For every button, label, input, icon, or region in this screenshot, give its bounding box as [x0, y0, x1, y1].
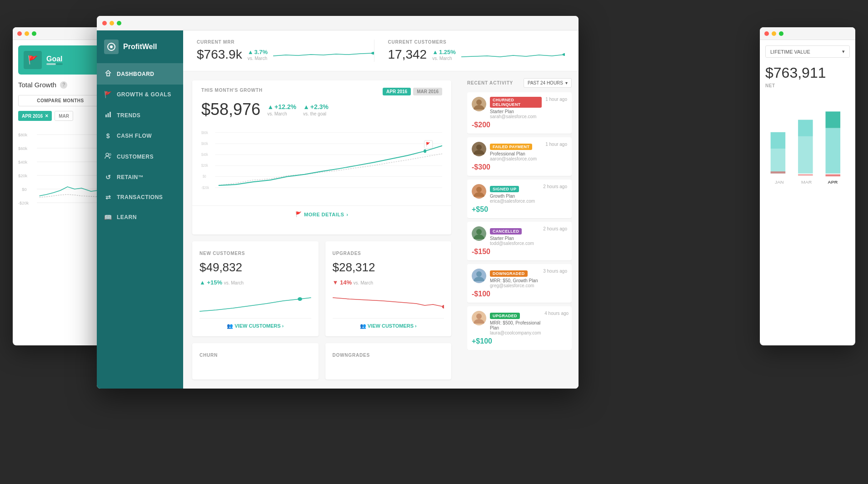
activity-info-6: UPGRADED MRR: $500, Professional Plan la… [490, 311, 541, 335]
dot-green[interactable] [32, 31, 36, 36]
sidebar-item-customers[interactable]: CUSTOMERS [97, 146, 183, 167]
sidebar-item-growth[interactable]: 🚩 GROWTH & GOALS [97, 85, 183, 105]
activity-header: RECENT ACTIVITY PAST 24 HOURS ▾ [467, 78, 572, 88]
sidebar-item-retain[interactable]: ↺ RETAIN™ [97, 167, 183, 187]
main-window-titlebar [97, 16, 579, 30]
main-content: CURRENT MRR $763.9k ▲ 3.7% vs. March [183, 30, 579, 389]
downgrades-label: DOWNGRADES [333, 353, 370, 358]
activity-info-1: CHURNED DELINQUENT Starter Plan sarah@sa… [490, 97, 542, 119]
bottom-sub-cards: CHURN DOWNGRADES [192, 343, 451, 379]
new-customers-card: NEW CUSTOMERS $49,832 ▲ +15% vs. March [192, 241, 319, 336]
right-dot-green[interactable] [779, 31, 783, 36]
upgrades-label: UPGRADES [333, 251, 361, 256]
activity-amount-2: -$300 [472, 163, 567, 171]
upgrades-change: ▼ 14% vs. March [333, 279, 373, 286]
sidebar-item-dashboard[interactable]: DASHBOARD [97, 63, 183, 85]
growth-pct-2: +2.3% [310, 103, 329, 110]
growth-vs-2: vs. the goal [303, 111, 329, 116]
svg-text:$0: $0 [22, 187, 26, 192]
total-growth-header: Total Growth ? [18, 79, 103, 90]
sub-cards: NEW CUSTOMERS $49,832 ▲ +15% vs. March [192, 241, 451, 336]
svg-point-42 [476, 145, 482, 150]
main-dot-yellow[interactable] [110, 21, 114, 25]
main-dot-green[interactable] [117, 21, 121, 25]
svg-rect-56 [798, 175, 813, 176]
compare-months-button[interactable]: COMPARE MONTHS [18, 95, 103, 106]
new-customers-vs: vs. March [224, 280, 244, 285]
left-panel-chart: $80k $60k $40k $20k $0 -$20k [18, 125, 103, 216]
growth-badge-2-pct: ▲ +2.3% [303, 103, 329, 110]
svg-text:🚩: 🚩 [426, 141, 430, 147]
customers-value-row: 17,342 ▲ 1.25% vs. March [388, 47, 565, 62]
month-badge-apr[interactable]: APR 2016 [383, 88, 411, 95]
activity-badge-2: FAILED PAYMENT [490, 144, 532, 150]
mrr-value: $763.9k [197, 47, 242, 62]
mrr-change: ▲ 3.7% vs. March [248, 49, 268, 61]
main-window: ProfitWell DASHBOARD 🚩 GROWTH & GOALS [97, 16, 579, 389]
growth-card-header: THIS MONTH'S GROWTH APR 2016 MAR 2016 [192, 80, 451, 100]
activity-avatar-1 [472, 97, 486, 111]
upgrades-vs: vs. March [354, 280, 373, 285]
main-dot-red[interactable] [102, 21, 107, 25]
activity-amount-5: -$100 [472, 290, 567, 298]
more-details-text: MORE DETAILS [304, 212, 344, 217]
sidebar-item-trends[interactable]: TRENDS [97, 105, 183, 126]
sidebar-item-cashflow[interactable]: $ CASH FLOW [97, 126, 183, 146]
svg-rect-14 [107, 73, 110, 76]
sidebar-item-trends-label: TRENDS [117, 112, 140, 119]
svg-text:JAN: JAN [775, 180, 784, 185]
month-tag-active[interactable]: APR 2016 × [18, 111, 52, 121]
sidebar-item-transactions[interactable]: ⇄ TRANSACTIONS [97, 187, 183, 207]
month-tags: APR 2016 × MAR [18, 111, 103, 121]
dot-yellow[interactable] [25, 31, 29, 36]
more-details-button[interactable]: 🚩 MORE DETAILS › [192, 205, 451, 223]
sidebar-item-learn[interactable]: 📖 LEARN [97, 207, 183, 227]
svg-text:MAR: MAR [801, 180, 812, 185]
sidebar-item-learn-label: LEARN [117, 214, 137, 220]
activity-time-5: 3 hours ago [543, 269, 567, 274]
svg-rect-58 [826, 111, 841, 128]
right-sidebar-window: LIFETIME VALUE ▾ $763,911 NET JAN MA [760, 27, 855, 345]
svg-text:$80k: $80k [18, 133, 28, 137]
month-tag-close[interactable]: × [45, 113, 48, 119]
activity-badge-6: UPGRADED [490, 313, 520, 319]
svg-point-46 [476, 229, 482, 235]
goal-icon: 🚩 [24, 51, 42, 69]
cashflow-icon: $ [104, 132, 112, 140]
lifetime-net-label: NET [765, 83, 850, 88]
dashboard-icon [104, 70, 112, 78]
customers-change-vs: vs. March [432, 56, 456, 61]
new-customers-cta[interactable]: 👥 VIEW CUSTOMERS › [200, 318, 311, 329]
month-badge-mar[interactable]: MAR 2016 [413, 88, 442, 95]
mrr-arrow-up: ▲ [248, 49, 254, 55]
customers-change: ▲ 1.25% vs. March [432, 49, 456, 61]
right-window-body: LIFETIME VALUE ▾ $763,911 NET JAN MA [760, 40, 855, 191]
growth-value-row: $58,976 ▲ +12.2% vs. March [192, 100, 451, 124]
right-dot-yellow[interactable] [772, 31, 776, 36]
activity-badge-1: CHURNED DELINQUENT [490, 97, 542, 108]
sidebar: ProfitWell DASHBOARD 🚩 GROWTH & GOALS [97, 30, 183, 389]
window-controls [17, 31, 36, 36]
lifetime-select-chevron: ▾ [842, 49, 845, 55]
upgrades-cta[interactable]: 👥 VIEW CUSTOMERS › [333, 318, 444, 329]
svg-rect-51 [771, 149, 786, 174]
new-customers-label: NEW CUSTOMERS [200, 251, 245, 256]
growth-vs-1: vs. March [267, 111, 296, 116]
svg-text:$60k: $60k [18, 146, 28, 151]
lifetime-value-select[interactable]: LIFETIME VALUE ▾ [765, 45, 850, 58]
activity-item-6: UPGRADED MRR: $500, Professional Plan la… [467, 306, 572, 350]
transactions-icon: ⇄ [104, 194, 112, 201]
month-tag-inactive-label: MAR [59, 114, 69, 119]
info-icon[interactable]: ? [60, 81, 67, 89]
activity-filter-dropdown[interactable]: PAST 24 HOURS ▾ [524, 78, 572, 88]
svg-text:-$20k: -$20k [18, 201, 29, 205]
svg-text:$40k: $40k [201, 152, 208, 157]
activity-time-4: 2 hours ago [543, 226, 567, 231]
month-tag-inactive[interactable]: MAR [55, 111, 73, 121]
content-sections: THIS MONTH'S GROWTH APR 2016 MAR 2016 $5… [183, 71, 579, 389]
svg-point-19 [109, 154, 111, 155]
activity-amount-1: -$200 [472, 121, 567, 129]
svg-point-18 [106, 153, 109, 156]
dot-red[interactable] [17, 31, 22, 36]
right-dot-red[interactable] [764, 31, 769, 36]
